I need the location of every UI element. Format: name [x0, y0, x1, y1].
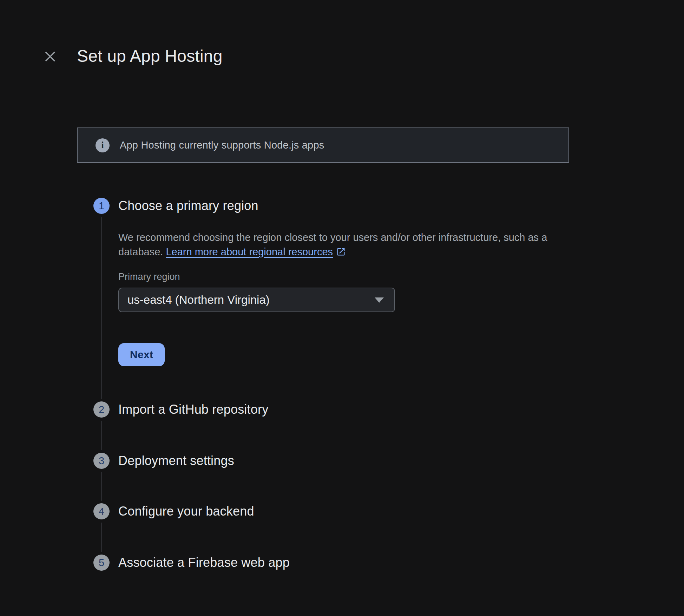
step-2-title: Import a GitHub repository [118, 401, 268, 418]
step-3-badge: 3 [93, 453, 110, 469]
step-connector-4-5 [101, 523, 101, 552]
close-icon [44, 51, 56, 63]
step-2-badge: 2 [93, 401, 110, 418]
step-1-title: Choose a primary region [118, 198, 258, 214]
info-banner: i App Hosting currently supports Node.js… [77, 127, 569, 163]
step-connector-3-4 [101, 472, 101, 501]
step-1-badge: 1 [93, 198, 110, 214]
step-5-title: Associate a Firebase web app [118, 555, 290, 571]
region-description: We recommend choosing the region closest… [118, 230, 582, 261]
info-banner-text: App Hosting currently supports Node.js a… [120, 139, 324, 151]
step-3-title: Deployment settings [118, 453, 234, 469]
next-button[interactable]: Next [118, 343, 165, 366]
primary-region-label: Primary region [118, 271, 180, 282]
info-icon: i [96, 138, 110, 152]
step-5-badge: 5 [93, 555, 110, 571]
step-connector-2-3 [101, 421, 101, 450]
external-link-icon [336, 246, 346, 261]
step-4-title: Configure your backend [118, 503, 254, 519]
step-connector-1-2 [101, 217, 101, 399]
page-title: Set up App Hosting [77, 46, 223, 66]
chevron-down-icon [375, 297, 384, 303]
learn-more-link[interactable]: Learn more about regional resources [166, 246, 346, 257]
primary-region-value: us-east4 (Northern Virginia) [127, 293, 375, 307]
step-4-badge: 4 [93, 503, 110, 519]
close-button[interactable] [42, 48, 59, 65]
primary-region-select[interactable]: us-east4 (Northern Virginia) [118, 288, 395, 312]
